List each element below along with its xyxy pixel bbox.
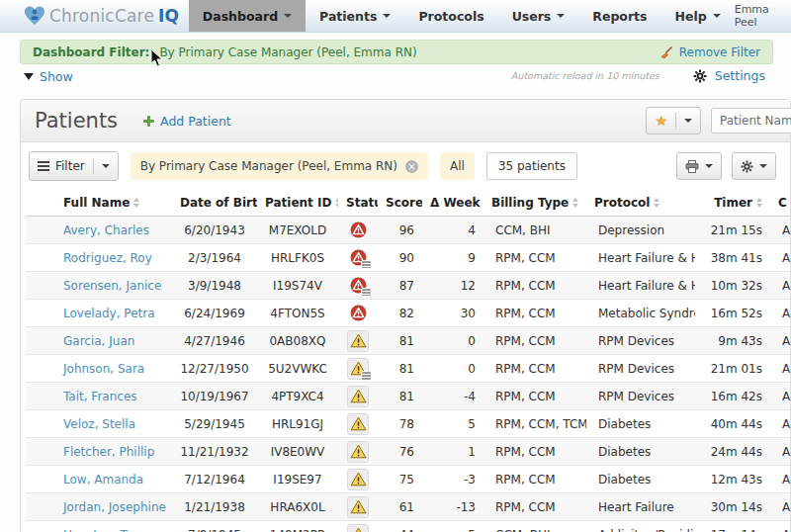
patient-name-link[interactable]: Sorensen, Janice	[55, 279, 172, 293]
favorites-split-button[interactable]: ★	[646, 107, 701, 134]
timer-cell: 10m 32s	[695, 279, 770, 293]
date-of-birth-cell: 10/19/1967	[172, 390, 257, 403]
user-name-link[interactable]: Emma Peel	[735, 3, 769, 29]
print-split-button[interactable]	[676, 152, 722, 180]
status-icon[interactable]	[348, 248, 368, 268]
status-icon[interactable]	[348, 304, 368, 323]
patient-name-link[interactable]: Tait, Frances	[55, 390, 172, 403]
button-divider	[675, 113, 676, 129]
patient-id-cell: 4FTON5S	[257, 307, 338, 320]
row-expander-icon[interactable]	[44, 390, 51, 403]
delta-week-cell: 1	[422, 445, 483, 459]
table-row: Avery, Charles 6/20/1943 M7EXOLD 96 4	[26, 217, 790, 244]
patient-name-link[interactable]: Fletcher, Phillip	[55, 445, 172, 459]
table-row: Jordan, Josephine 1/21/1938 HRA6X0L 61	[26, 493, 790, 521]
status-icon[interactable]	[347, 496, 369, 518]
remove-filter-button[interactable]: Remove Filter	[659, 45, 760, 59]
date-of-birth-cell: 12/27/1950	[172, 362, 257, 376]
status-icon[interactable]	[347, 441, 369, 463]
clipped-edge-cell: A	[770, 307, 791, 320]
status-icon[interactable]	[348, 276, 368, 296]
status-icon[interactable]	[347, 469, 369, 490]
timer-cell: 17m 14s	[695, 528, 770, 532]
status-icon[interactable]	[347, 524, 369, 532]
table-settings-split-button[interactable]	[732, 152, 776, 180]
column-header[interactable]: Full Name	[55, 196, 172, 210]
protocol-cell: Heart Failure & HTN	[586, 279, 695, 293]
all-filter-chip[interactable]: All	[440, 152, 475, 180]
delta-week-cell: 5	[422, 417, 483, 431]
nav-item-dashboard[interactable]: Dashboard	[189, 0, 306, 32]
patient-name-link[interactable]: Garcia, Juan	[55, 334, 172, 348]
show-toggle[interactable]: Show	[24, 69, 73, 84]
column-header[interactable]: Billing Type	[483, 196, 586, 210]
row-expander-icon[interactable]	[44, 307, 51, 320]
clipped-edge-cell: A	[770, 362, 791, 376]
billing-type-cell: RPM, CCM	[483, 500, 586, 514]
add-patient-button[interactable]: Add Patient	[143, 114, 231, 129]
column-header[interactable]: Δ Week	[422, 196, 483, 210]
patient-id-cell: I19SE97	[257, 473, 338, 487]
patient-name-link[interactable]: Jordan, Josephine	[55, 500, 172, 514]
protocol-cell: RPM Devices	[586, 390, 695, 403]
status-icon[interactable]	[348, 221, 368, 240]
patient-name-link[interactable]: Veloz, Stella	[55, 417, 172, 431]
nav-item-protocols[interactable]: Protocols	[404, 0, 497, 32]
date-of-birth-cell: 6/24/1969	[172, 307, 257, 320]
chevron-down-icon	[759, 164, 767, 168]
patient-name-link[interactable]: Lovelady, Petra	[55, 307, 172, 320]
column-header[interactable]: Timer	[695, 196, 770, 210]
column-header[interactable]: Date of Birth	[172, 196, 257, 210]
table-row: Sorensen, Janice 3/9/1948 I19S74V 87 1	[26, 272, 790, 300]
row-expander-icon[interactable]	[44, 417, 51, 431]
patient-name-link[interactable]: Houston, Terry	[55, 528, 172, 532]
patient-name-link[interactable]: Low, Amanda	[55, 473, 172, 487]
clipped-edge-cell: A	[770, 473, 791, 487]
patient-name-link[interactable]: Rodriguez, Roy	[55, 251, 172, 265]
column-header[interactable]: Score	[378, 196, 422, 210]
patient-id-cell: I19S74V	[257, 279, 338, 293]
patient-name-link[interactable]: Johnson, Sara	[55, 362, 172, 376]
row-expander-icon[interactable]	[44, 223, 51, 237]
clipped-edge-cell: A	[770, 417, 791, 431]
nav-item-reports[interactable]: Reports	[578, 0, 660, 32]
patient-count-button[interactable]: 35 patients	[486, 152, 577, 180]
settings-link[interactable]: Settings	[715, 68, 765, 83]
brand-name-blue: IQ	[158, 6, 179, 26]
status-icon[interactable]	[347, 330, 369, 352]
timer-cell: 21m 01s	[695, 362, 770, 376]
row-expander-icon[interactable]	[44, 251, 51, 265]
column-header	[26, 196, 55, 210]
row-expander-icon[interactable]	[44, 445, 51, 459]
column-header[interactable]: Patient ID	[257, 196, 338, 210]
patient-name-search-input[interactable]	[711, 108, 791, 133]
billing-type-cell: RPM, CCM	[483, 473, 586, 487]
chevron-down-icon	[713, 14, 721, 18]
filter-split-button[interactable]: Filter	[29, 151, 119, 181]
timer-cell: 12m 43s	[695, 473, 770, 487]
column-header[interactable]: Status	[338, 196, 378, 210]
status-icon[interactable]	[347, 413, 369, 435]
timer-cell: 40m 44s	[695, 417, 770, 431]
column-header[interactable]: Protocol	[586, 196, 695, 210]
table-row: Houston, Terry 7/8/1945 149M2PR 44 -5	[26, 521, 790, 532]
triangle-down-icon	[24, 73, 34, 80]
delta-week-cell: 0	[422, 334, 483, 348]
score-cell: 90	[378, 251, 422, 265]
billing-type-cell: RPM, CCM	[483, 307, 586, 320]
remove-tag-icon[interactable]: ×	[405, 160, 418, 173]
patient-id-cell: 5U2VWKC	[257, 362, 338, 376]
row-expander-icon[interactable]	[44, 473, 51, 487]
status-icon[interactable]	[347, 386, 369, 407]
yellow-warning-icon	[350, 416, 367, 431]
row-expander-icon[interactable]	[44, 500, 51, 514]
row-expander-icon[interactable]	[44, 528, 51, 532]
nav-item-users[interactable]: Users	[498, 0, 579, 32]
nav-item-help[interactable]: Help	[661, 0, 735, 32]
nav-item-patients[interactable]: Patients	[306, 0, 404, 32]
patient-name-link[interactable]: Avery, Charles	[55, 223, 172, 237]
row-expander-icon[interactable]	[44, 334, 51, 348]
row-expander-icon[interactable]	[44, 279, 51, 293]
status-icon[interactable]	[347, 358, 369, 380]
row-expander-icon[interactable]	[44, 362, 51, 376]
